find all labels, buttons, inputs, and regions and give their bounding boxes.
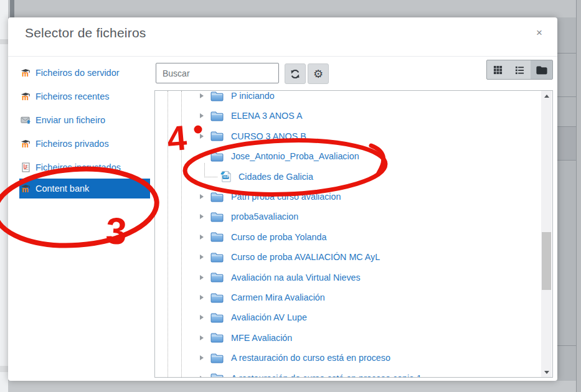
folder-icon <box>210 212 224 222</box>
folder-icon <box>210 252 224 263</box>
page-background-top <box>8 0 581 17</box>
sidebar-item-label: Ficheiros privados <box>35 139 109 149</box>
file-picker-dialog: Selector de ficheiros × Ficheiros do ser… <box>8 17 557 381</box>
tree-item-label: Curso de proba Yolanda <box>231 232 326 242</box>
dialog-title: Selector de ficheiros <box>25 26 146 40</box>
sidebar-item-ficheiros-privados[interactable]: Ficheiros privados <box>19 134 150 153</box>
folder-icon <box>210 91 224 101</box>
tree-item-label: A restauración do curso está en proceso <box>231 353 390 363</box>
moodle-icon <box>21 68 31 78</box>
caret-right-icon[interactable] <box>200 315 204 320</box>
scroll-down-icon[interactable] <box>541 367 552 377</box>
tree-row[interactable]: Patri proba curso avaliacion <box>155 187 529 207</box>
caret-right-icon[interactable] <box>200 254 204 259</box>
grid-view-icon <box>493 65 503 75</box>
tree-item-label: ELENA 3 ANOS A <box>231 111 302 121</box>
tree-row[interactable]: Curso de proba Yolanda <box>155 227 529 247</box>
moodle-icon <box>21 139 31 149</box>
tree-row[interactable]: ELENA 3 ANOS A <box>155 106 529 126</box>
tree-row[interactable]: Avaliación AV Lupe <box>155 307 529 327</box>
tree-row[interactable]: MFE Avaliación <box>155 328 529 348</box>
refresh-icon <box>290 68 301 80</box>
caret-right-icon[interactable] <box>200 275 204 280</box>
tree-item-label: MFE Avaliación <box>231 333 292 343</box>
caret-right-icon[interactable] <box>200 93 204 98</box>
folder-icon <box>210 292 224 303</box>
sidebar-item-label: Content bank <box>35 184 89 194</box>
list-view-icon <box>515 65 524 75</box>
folder-icon <box>210 312 224 323</box>
folder-icon <box>210 332 224 343</box>
tree-connector <box>204 163 217 177</box>
tree-row[interactable]: P iniciando <box>155 90 529 106</box>
tree-row[interactable]: proba5avaliacion <box>155 207 529 226</box>
view-mode-toolbar <box>486 60 553 80</box>
caret-right-icon[interactable] <box>200 113 204 118</box>
caret-right-icon[interactable] <box>200 355 204 360</box>
sidebar-item-ficheiros-do-servidor[interactable]: Ficheiros do servidor <box>19 63 150 82</box>
folder-icon <box>210 192 224 202</box>
sidebar-item-label: Ficheiros recentes <box>35 91 109 101</box>
page-background-left-divider <box>0 366 8 372</box>
tree-item-label: Avaliación na aula Virtual Nieves <box>231 273 361 282</box>
tree-row[interactable]: Avaliación na aula Virtual Nieves <box>155 268 529 287</box>
tree-item-label: Patri proba curso avaliacion <box>231 192 341 202</box>
icons-view-button[interactable] <box>487 60 509 79</box>
close-icon[interactable]: × <box>532 26 546 40</box>
embedded-file-icon <box>21 162 31 172</box>
caret-right-icon[interactable] <box>200 295 204 300</box>
caret-right-icon[interactable] <box>200 376 204 378</box>
tree-item-label: Avaliación AV Lupe <box>231 312 307 322</box>
tree-row[interactable]: A restauración do curso está en proceso … <box>155 368 529 378</box>
settings-button[interactable]: ⚙ <box>308 63 329 84</box>
folder-icon <box>210 131 224 141</box>
tree-view-button[interactable] <box>531 60 552 79</box>
tree-row[interactable]: CURSO 3 ANOS B <box>155 126 529 146</box>
scrollbar-thumb[interactable] <box>542 232 551 290</box>
page-background-bottom <box>8 381 581 392</box>
tree-scrollbar[interactable] <box>541 91 552 377</box>
tree-item-label: Jose_Antonio_Proba_Avaliacion <box>231 151 359 161</box>
sidebar-item-label: Ficheiros incrustados <box>35 162 121 172</box>
header-divider <box>8 56 557 57</box>
sidebar-item-content-bank[interactable]: Content bank <box>19 179 150 198</box>
h5p-file-icon <box>220 170 232 183</box>
folder-icon <box>210 353 224 363</box>
caret-right-icon[interactable] <box>200 134 204 139</box>
tree-row[interactable]: Carmen Mira Avaliación <box>155 287 529 307</box>
refresh-button[interactable] <box>285 63 306 84</box>
folder-icon <box>210 373 224 378</box>
folder-view-icon <box>536 65 547 75</box>
tree-item-label: CURSO 3 ANOS B <box>231 131 306 141</box>
tree-item-label: P iniciando <box>231 91 275 101</box>
page-scrollbar-column <box>576 0 581 392</box>
tree-row-child[interactable]: Cidades de Galicia <box>155 167 529 187</box>
caret-right-icon[interactable] <box>200 214 204 219</box>
tree-row[interactable]: Curso de proba AVALIACIÓN MC AyL <box>155 247 529 267</box>
tree-item-label: proba5avaliacion <box>231 212 298 222</box>
sidebar-item-enviar-un-ficheiro[interactable]: Enviar un ficheiro <box>19 111 150 129</box>
folder-icon <box>210 231 224 242</box>
tree-row[interactable]: A restauración do curso está en proceso <box>155 348 529 368</box>
tree-item-label: Carmen Mira Avaliación <box>231 292 325 302</box>
list-view-button[interactable] <box>509 60 531 79</box>
page-background-left-divider <box>0 39 8 44</box>
upload-file-icon <box>21 115 31 125</box>
caret-right-icon[interactable] <box>200 235 204 240</box>
sidebar-item-label: Ficheiros do servidor <box>35 68 120 78</box>
gear-icon: ⚙ <box>313 67 323 81</box>
moodle-icon <box>21 91 31 101</box>
tree-item-label: A restauración do curso está en proceso … <box>231 373 422 378</box>
folder-icon <box>210 111 224 121</box>
page-scrollbar-fragment <box>10 0 14 17</box>
caret-right-icon[interactable] <box>200 335 204 340</box>
search-input[interactable] <box>156 63 279 83</box>
caret-right-icon[interactable] <box>200 194 204 199</box>
sidebar-item-ficheiros-incrustados[interactable]: Ficheiros incrustados <box>19 158 150 177</box>
sidebar-item-ficheiros-recentes[interactable]: Ficheiros recentes <box>19 87 150 106</box>
caret-expanded-icon[interactable] <box>199 153 205 159</box>
tree-item-label: Curso de proba AVALIACIÓN MC AyL <box>231 252 380 262</box>
page-background-left <box>0 0 8 392</box>
folder-icon <box>210 272 224 282</box>
scroll-up-icon[interactable] <box>541 91 552 101</box>
